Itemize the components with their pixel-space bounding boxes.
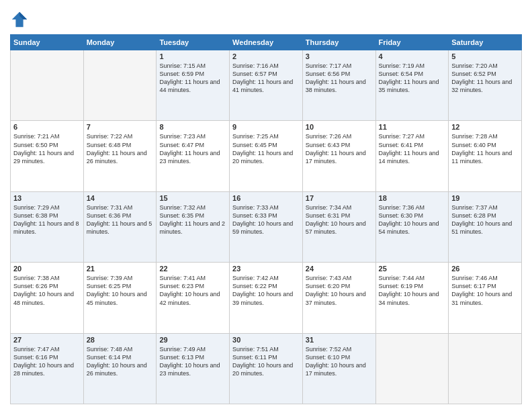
calendar-cell: 20Sunrise: 7:38 AM Sunset: 6:26 PM Dayli… [11,263,84,333]
day-number: 21 [87,265,154,273]
day-info: Sunrise: 7:20 AM Sunset: 6:52 PM Dayligh… [451,62,519,95]
calendar-cell: 10Sunrise: 7:26 AM Sunset: 6:43 PM Dayli… [302,121,375,191]
calendar-cell: 28Sunrise: 7:48 AM Sunset: 6:14 PM Dayli… [83,333,157,404]
weekday-header-thursday: Thursday [302,35,375,50]
day-number: 12 [451,123,519,131]
day-info: Sunrise: 7:21 AM Sunset: 6:50 PM Dayligh… [13,132,81,165]
day-number: 3 [306,52,373,60]
calendar-table: SundayMondayTuesdayWednesdayThursdayFrid… [10,34,522,404]
day-info: Sunrise: 7:23 AM Sunset: 6:47 PM Dayligh… [159,132,226,165]
day-info: Sunrise: 7:28 AM Sunset: 6:40 PM Dayligh… [451,132,519,165]
calendar-cell: 19Sunrise: 7:37 AM Sunset: 6:28 PM Dayli… [449,191,522,262]
day-info: Sunrise: 7:33 AM Sunset: 6:33 PM Dayligh… [232,203,300,236]
calendar-cell [375,333,449,404]
day-info: Sunrise: 7:22 AM Sunset: 6:48 PM Dayligh… [87,132,154,165]
calendar-cell: 9Sunrise: 7:25 AM Sunset: 6:45 PM Daylig… [230,121,303,191]
calendar-cell: 25Sunrise: 7:44 AM Sunset: 6:19 PM Dayli… [375,263,449,333]
weekday-header-tuesday: Tuesday [157,35,230,50]
calendar-cell: 8Sunrise: 7:23 AM Sunset: 6:47 PM Daylig… [157,121,230,191]
calendar-body: 1Sunrise: 7:15 AM Sunset: 6:59 PM Daylig… [11,50,522,404]
calendar-cell [11,50,84,121]
day-info: Sunrise: 7:19 AM Sunset: 6:54 PM Dayligh… [379,62,446,95]
calendar-cell: 17Sunrise: 7:34 AM Sunset: 6:31 PM Dayli… [302,191,375,262]
day-info: Sunrise: 7:37 AM Sunset: 6:28 PM Dayligh… [451,203,519,236]
day-info: Sunrise: 7:46 AM Sunset: 6:17 PM Dayligh… [451,274,519,307]
calendar-cell: 29Sunrise: 7:49 AM Sunset: 6:13 PM Dayli… [157,333,230,404]
day-info: Sunrise: 7:16 AM Sunset: 6:57 PM Dayligh… [232,62,300,95]
logo-icon [10,10,29,29]
day-number: 18 [379,194,446,202]
day-number: 20 [13,265,81,273]
calendar-cell: 5Sunrise: 7:20 AM Sunset: 6:52 PM Daylig… [449,50,522,121]
day-info: Sunrise: 7:31 AM Sunset: 6:36 PM Dayligh… [87,203,154,236]
page: SundayMondayTuesdayWednesdayThursdayFrid… [0,0,532,411]
calendar-cell [449,333,522,404]
day-info: Sunrise: 7:41 AM Sunset: 6:23 PM Dayligh… [159,274,226,307]
day-info: Sunrise: 7:15 AM Sunset: 6:59 PM Dayligh… [159,62,226,95]
day-info: Sunrise: 7:42 AM Sunset: 6:22 PM Dayligh… [232,274,300,307]
day-info: Sunrise: 7:25 AM Sunset: 6:45 PM Dayligh… [232,132,300,165]
calendar-cell [83,50,157,121]
day-info: Sunrise: 7:36 AM Sunset: 6:30 PM Dayligh… [379,203,446,236]
weekday-header-row: SundayMondayTuesdayWednesdayThursdayFrid… [11,35,522,50]
calendar-cell: 24Sunrise: 7:43 AM Sunset: 6:20 PM Dayli… [302,263,375,333]
day-info: Sunrise: 7:52 AM Sunset: 6:10 PM Dayligh… [306,345,373,378]
day-number: 8 [159,123,226,131]
day-number: 29 [159,336,226,344]
day-number: 22 [159,265,226,273]
day-info: Sunrise: 7:26 AM Sunset: 6:43 PM Dayligh… [306,132,373,165]
weekday-header-saturday: Saturday [449,35,522,50]
day-number: 9 [232,123,300,131]
calendar-cell: 7Sunrise: 7:22 AM Sunset: 6:48 PM Daylig… [83,121,157,191]
calendar-header: SundayMondayTuesdayWednesdayThursdayFrid… [11,35,522,50]
day-number: 30 [232,336,300,344]
calendar-cell: 23Sunrise: 7:42 AM Sunset: 6:22 PM Dayli… [230,263,303,333]
calendar-cell: 30Sunrise: 7:51 AM Sunset: 6:11 PM Dayli… [230,333,303,404]
calendar-cell: 4Sunrise: 7:19 AM Sunset: 6:54 PM Daylig… [375,50,449,121]
header [10,10,522,29]
day-info: Sunrise: 7:34 AM Sunset: 6:31 PM Dayligh… [306,203,373,236]
calendar-cell: 31Sunrise: 7:52 AM Sunset: 6:10 PM Dayli… [302,333,375,404]
calendar-cell: 14Sunrise: 7:31 AM Sunset: 6:36 PM Dayli… [83,191,157,262]
day-number: 19 [451,194,519,202]
calendar-cell: 11Sunrise: 7:27 AM Sunset: 6:41 PM Dayli… [375,121,449,191]
day-number: 16 [232,194,300,202]
day-number: 27 [13,336,81,344]
logo [10,10,32,29]
day-info: Sunrise: 7:17 AM Sunset: 6:56 PM Dayligh… [306,62,373,95]
weekday-header-sunday: Sunday [11,35,84,50]
calendar-cell: 12Sunrise: 7:28 AM Sunset: 6:40 PM Dayli… [449,121,522,191]
calendar-cell: 18Sunrise: 7:36 AM Sunset: 6:30 PM Dayli… [375,191,449,262]
day-number: 4 [379,52,446,60]
calendar-cell: 6Sunrise: 7:21 AM Sunset: 6:50 PM Daylig… [11,121,84,191]
day-info: Sunrise: 7:47 AM Sunset: 6:16 PM Dayligh… [13,345,81,378]
day-number: 14 [87,194,154,202]
day-number: 23 [232,265,300,273]
calendar-cell: 2Sunrise: 7:16 AM Sunset: 6:57 PM Daylig… [230,50,303,121]
calendar-week-4: 20Sunrise: 7:38 AM Sunset: 6:26 PM Dayli… [11,263,522,333]
weekday-header-wednesday: Wednesday [230,35,303,50]
day-info: Sunrise: 7:39 AM Sunset: 6:25 PM Dayligh… [87,274,154,307]
calendar-cell: 26Sunrise: 7:46 AM Sunset: 6:17 PM Dayli… [449,263,522,333]
calendar-week-5: 27Sunrise: 7:47 AM Sunset: 6:16 PM Dayli… [11,333,522,404]
calendar-cell: 22Sunrise: 7:41 AM Sunset: 6:23 PM Dayli… [157,263,230,333]
calendar-cell: 3Sunrise: 7:17 AM Sunset: 6:56 PM Daylig… [302,50,375,121]
day-number: 24 [306,265,373,273]
day-info: Sunrise: 7:49 AM Sunset: 6:13 PM Dayligh… [159,345,226,378]
day-info: Sunrise: 7:51 AM Sunset: 6:11 PM Dayligh… [232,345,300,378]
day-number: 25 [379,265,446,273]
day-number: 15 [159,194,226,202]
day-info: Sunrise: 7:44 AM Sunset: 6:19 PM Dayligh… [379,274,446,307]
weekday-header-monday: Monday [83,35,157,50]
day-info: Sunrise: 7:43 AM Sunset: 6:20 PM Dayligh… [306,274,373,307]
calendar-week-3: 13Sunrise: 7:29 AM Sunset: 6:38 PM Dayli… [11,191,522,262]
calendar-week-2: 6Sunrise: 7:21 AM Sunset: 6:50 PM Daylig… [11,121,522,191]
calendar-cell: 13Sunrise: 7:29 AM Sunset: 6:38 PM Dayli… [11,191,84,262]
calendar-week-1: 1Sunrise: 7:15 AM Sunset: 6:59 PM Daylig… [11,50,522,121]
day-number: 31 [306,336,373,344]
calendar-cell: 16Sunrise: 7:33 AM Sunset: 6:33 PM Dayli… [230,191,303,262]
day-number: 6 [13,123,81,131]
day-info: Sunrise: 7:48 AM Sunset: 6:14 PM Dayligh… [87,345,154,378]
calendar-cell: 21Sunrise: 7:39 AM Sunset: 6:25 PM Dayli… [83,263,157,333]
day-number: 10 [306,123,373,131]
